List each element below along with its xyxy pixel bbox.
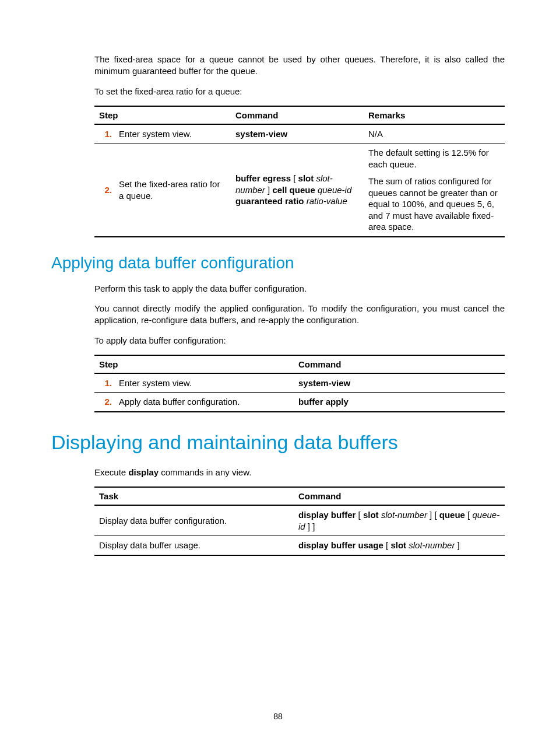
col-command: Command [231,106,364,124]
col-task: Task [94,487,294,505]
display-intro: Execute display commands in any view. [94,467,505,478]
command-text: buffer egress [ slot slot-number ] cell … [231,144,364,237]
step-number: 1. [94,373,114,393]
col-command: Command [294,355,505,373]
step-text: Apply data buffer configuration. [114,393,294,412]
task-text: Display data buffer usage. [94,536,294,555]
applying-p3: To apply data buffer configuration: [94,335,505,346]
command-text: display buffer [ slot slot-number ] [ qu… [294,505,505,536]
step-text: Set the fixed-area ratio for a queue. [114,144,231,237]
step-text: Enter system view. [114,373,294,393]
chapter-heading-displaying: Displaying and maintaining data buffers [51,431,505,454]
command-text: system-view [294,373,505,393]
page-number: 88 [0,712,556,721]
display-commands-table: Task Command Display data buffer configu… [94,487,505,556]
applying-p2: You cannot directly modify the applied c… [94,303,505,327]
intro-paragraph-2: To set the fixed-area ratio for a queue: [94,86,505,97]
step-text: Enter system view. [114,124,231,144]
apply-config-table: Step Command 1. Enter system view. syste… [94,355,505,412]
fixed-area-ratio-table: Step Command Remarks 1. Enter system vie… [94,106,505,237]
col-command: Command [294,487,505,505]
remarks-text: The default setting is 12.5% for each qu… [364,144,505,237]
col-step: Step [94,106,231,124]
command-text: display buffer usage [ slot slot-number … [294,536,505,555]
section-heading-applying: Applying data buffer configuration [51,254,505,272]
intro-paragraph-1: The fixed-area space for a queue cannot … [94,54,505,78]
step-number: 1. [94,124,114,144]
remarks-text: N/A [364,124,505,144]
step-number: 2. [94,144,114,237]
command-text: buffer apply [294,393,505,412]
command-text: system-view [231,124,364,144]
col-remarks: Remarks [364,106,505,124]
col-step: Step [94,355,294,373]
task-text: Display data buffer configuration. [94,505,294,536]
step-number: 2. [94,393,114,412]
applying-p1: Perform this task to apply the data buff… [94,283,505,295]
